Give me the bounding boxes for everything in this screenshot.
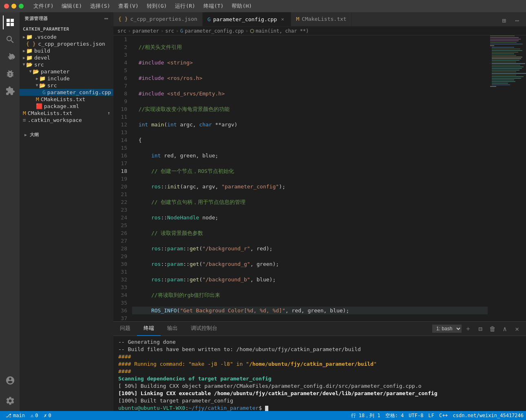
sidebar-item-devel[interactable]: ▶ 📁 devel — [20, 54, 113, 61]
eol-text: LF — [428, 413, 434, 418]
breadcrumb-symbol[interactable]: main(int, char **) — [256, 28, 309, 34]
sidebar-item-parameter-config-cpp[interactable]: G parameter_config.cpp — [20, 89, 113, 96]
sidebar-item-cmakelists-param[interactable]: M CMakeLists.txt — [20, 96, 113, 103]
menu-edit[interactable]: 编辑(E) — [58, 2, 85, 11]
minimize-button[interactable] — [11, 4, 16, 9]
chevron-up-icon[interactable]: ∧ — [499, 323, 511, 334]
code-editor[interactable]: 1 2 3 4 5 6 7 8 9 10 11 12 13 14 15 16 1… — [113, 35, 526, 321]
status-left: ⎇ main ⚠ 0 ✗ 0 — [0, 411, 54, 420]
maximize-button[interactable] — [19, 4, 24, 9]
panel-tab-output[interactable]: 输出 — [161, 322, 184, 336]
activity-debug-icon[interactable] — [3, 67, 17, 81]
ln-33: 33 — [113, 283, 127, 291]
arrow-icon: ▶ — [23, 49, 25, 53]
ln-23: 23 — [113, 206, 127, 214]
sidebar-item-build[interactable]: ▶ 📁 build — [20, 47, 113, 54]
code-line-15: ros::param::get("/background_g", green); — [132, 260, 488, 268]
breadcrumb-file[interactable]: parameter_config.cpp — [185, 28, 244, 34]
menu-run[interactable]: 运行(R) — [172, 2, 198, 11]
outline-arrow-icon[interactable]: ▶ — [24, 133, 27, 137]
activity-explorer-icon[interactable] — [3, 15, 17, 29]
ln-22: 22 — [113, 198, 127, 206]
close-panel-icon[interactable]: ✕ — [511, 323, 523, 334]
ln-5: 5 — [113, 66, 127, 74]
status-branch[interactable]: ⎇ main — [3, 411, 27, 420]
more-actions-icon[interactable]: ⋯ — [511, 15, 523, 26]
activity-settings-icon[interactable] — [3, 394, 17, 408]
sidebar-item-include[interactable]: ▶ 📁 include — [20, 75, 113, 82]
sidebar-item-catkin-workspace[interactable]: ≡ .catkin_workspace — [20, 117, 113, 124]
outline-label: 大纲 — [30, 132, 39, 138]
git-icon: ⎇ — [6, 413, 11, 418]
activity-extensions-icon[interactable] — [3, 84, 17, 98]
item-label: include — [47, 75, 70, 82]
status-errors[interactable]: ✗ 0 — [41, 411, 53, 420]
menu-select[interactable]: 选择(S) — [87, 2, 113, 11]
breadcrumb-parameter[interactable]: parameter — [133, 28, 159, 34]
code-content[interactable]: //相关头文件引用 #include <string> #include <ro… — [130, 35, 489, 321]
split-editor-icon[interactable]: ⊞ — [498, 15, 510, 26]
ln-2: 2 — [113, 43, 127, 51]
branch-name: main — [13, 413, 25, 418]
panel-tab-terminal[interactable]: 终端 — [137, 322, 161, 336]
shell-selector[interactable]: 1: bash — [432, 325, 462, 333]
json-tab-icon: { } — [118, 16, 128, 22]
svg-rect-31 — [492, 83, 508, 84]
ln-34: 34 — [113, 291, 127, 299]
code-line-4: #include <std_srvs/Empty.h> — [132, 90, 488, 97]
sidebar-item-cmakelists-root[interactable]: M CMakeLists.txt ↑ — [20, 110, 113, 117]
sidebar-item-c-cpp-props[interactable]: { } c_cpp_properties.json — [20, 40, 113, 47]
status-warnings[interactable]: ⚠ 0 — [28, 411, 40, 420]
panel-tab-actions: 1: bash ＋ ⊟ 🗑 ∧ ✕ — [432, 323, 526, 334]
trash-terminal-icon[interactable]: 🗑 — [487, 323, 498, 334]
traffic-lights — [4, 4, 24, 9]
tab-cmakelists[interactable]: M CMakeLists.txt — [291, 12, 351, 26]
ln-12: 12 — [113, 121, 127, 128]
sidebar-item-package-xml[interactable]: 🟥 package.xml — [20, 103, 113, 110]
menu-bar: 文件(F) 编辑(E) 选择(S) 查看(V) 转到(G) 运行(R) 终端(T… — [30, 2, 255, 11]
panel-tab-problems[interactable]: 问题 — [113, 322, 137, 336]
status-language[interactable]: C++ — [437, 411, 451, 420]
sidebar-item-src2[interactable]: ▶ 📂 src — [20, 82, 113, 89]
folder-open-icon: 📂 — [26, 62, 33, 68]
ln-19: 19 — [113, 175, 127, 183]
activity-git-icon[interactable] — [3, 50, 17, 64]
code-line-3: #include <ros/ros.h> — [132, 74, 488, 82]
menu-help[interactable]: 帮助(H) — [228, 2, 255, 11]
add-terminal-icon[interactable]: ＋ — [462, 323, 474, 334]
sidebar-item-src[interactable]: ▶ 📂 src — [20, 61, 113, 68]
status-right: 行 18，列 1 空格: 4 UTF-8 LF C++ csdn.net/wei… — [349, 411, 526, 420]
menu-terminal[interactable]: 终端(T) — [200, 2, 227, 11]
svg-rect-25 — [492, 73, 526, 74]
item-label: CMakeLists.txt — [41, 96, 86, 102]
position-text: 行 18，列 1 — [351, 412, 380, 419]
item-label: CMakeLists.txt — [28, 110, 73, 116]
menu-goto[interactable]: 转到(G) — [144, 2, 170, 11]
activity-account-icon[interactable] — [3, 374, 17, 387]
close-button[interactable] — [4, 4, 9, 9]
tab-close-button[interactable]: ✕ — [279, 16, 286, 22]
menu-file[interactable]: 文件(F) — [30, 2, 57, 11]
code-line-16: ros::param::get("/background_b", blue); — [132, 276, 488, 283]
tab-label: c_cpp_properties.json — [130, 16, 197, 22]
status-spaces[interactable]: 空格: 4 — [383, 411, 407, 420]
ln-18: 18 — [113, 167, 127, 175]
breadcrumb-src[interactable]: src — [117, 28, 126, 34]
status-position[interactable]: 行 18，列 1 — [349, 411, 383, 420]
tab-parameter-config-cpp[interactable]: G parameter_config.cpp ✕ — [203, 12, 291, 26]
status-eol[interactable]: LF — [426, 411, 436, 420]
menu-view[interactable]: 查看(V) — [115, 2, 141, 11]
arrow-icon: ▶ — [23, 35, 25, 39]
panel-tab-debug[interactable]: 调试控制台 — [184, 322, 224, 336]
new-file-icon[interactable]: ⋯ — [104, 15, 108, 22]
tab-c-cpp-properties[interactable]: { } c_cpp_properties.json — [113, 12, 203, 26]
activity-bar — [0, 12, 20, 411]
activity-search-icon[interactable] — [3, 33, 17, 46]
term-line-6: Scanning dependencies of target paramete… — [118, 375, 521, 382]
sidebar-item-parameter[interactable]: ▶ 📂 parameter — [20, 68, 113, 75]
terminal-content[interactable]: -- Generating done -- Build files have b… — [113, 336, 526, 411]
split-terminal-icon[interactable]: ⊟ — [475, 323, 486, 334]
breadcrumb-src2[interactable]: src — [165, 28, 174, 34]
status-encoding[interactable]: UTF-8 — [406, 411, 426, 420]
sidebar-item-vscode[interactable]: ▶ 📁 .vscode — [20, 33, 113, 40]
